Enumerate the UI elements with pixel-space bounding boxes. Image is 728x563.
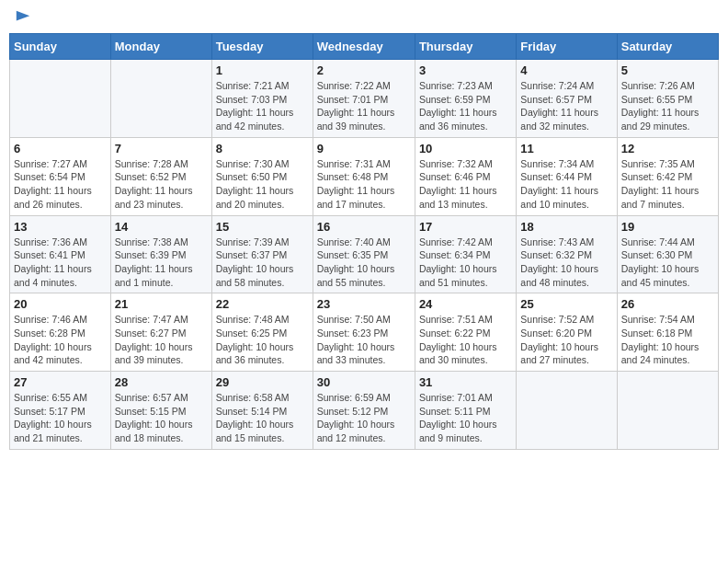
day-number: 2 [317, 63, 411, 77]
calendar-cell [617, 372, 718, 450]
day-info: Sunrise: 7:50 AM Sunset: 6:23 PM Dayligh… [317, 313, 411, 367]
day-info: Sunrise: 7:46 AM Sunset: 6:28 PM Dayligh… [14, 313, 107, 367]
day-number: 18 [520, 220, 612, 234]
day-info: Sunrise: 7:38 AM Sunset: 6:39 PM Dayligh… [115, 236, 208, 290]
day-number: 12 [621, 142, 714, 155]
day-info: Sunrise: 7:36 AM Sunset: 6:41 PM Dayligh… [14, 236, 107, 290]
weekday-header: Sunday [10, 34, 111, 60]
day-number: 29 [216, 375, 309, 389]
day-info: Sunrise: 7:01 AM Sunset: 5:11 PM Dayligh… [419, 391, 512, 445]
calendar-cell: 14Sunrise: 7:38 AM Sunset: 6:39 PM Dayli… [110, 215, 211, 293]
logo [13, 9, 31, 26]
day-info: Sunrise: 7:42 AM Sunset: 6:34 PM Dayligh… [419, 236, 512, 290]
calendar-cell: 10Sunrise: 7:32 AM Sunset: 6:46 PM Dayli… [415, 137, 516, 215]
calendar-cell: 5Sunrise: 7:26 AM Sunset: 6:55 PM Daylig… [617, 60, 718, 138]
day-info: Sunrise: 7:48 AM Sunset: 6:25 PM Dayligh… [216, 313, 309, 367]
calendar-cell: 18Sunrise: 7:43 AM Sunset: 6:32 PM Dayli… [517, 215, 617, 293]
calendar-cell: 22Sunrise: 7:48 AM Sunset: 6:25 PM Dayli… [211, 293, 313, 372]
calendar-table: SundayMondayTuesdayWednesdayThursdayFrid… [9, 33, 719, 450]
day-info: Sunrise: 7:24 AM Sunset: 6:57 PM Dayligh… [520, 79, 612, 133]
day-info: Sunrise: 7:28 AM Sunset: 6:52 PM Dayligh… [115, 157, 208, 212]
calendar-cell: 19Sunrise: 7:44 AM Sunset: 6:30 PM Dayli… [617, 215, 718, 293]
day-info: Sunrise: 7:44 AM Sunset: 6:30 PM Dayligh… [621, 236, 714, 290]
calendar-cell: 9Sunrise: 7:31 AM Sunset: 6:48 PM Daylig… [313, 137, 415, 215]
calendar-cell: 24Sunrise: 7:51 AM Sunset: 6:22 PM Dayli… [415, 293, 516, 372]
calendar-cell: 16Sunrise: 7:40 AM Sunset: 6:35 PM Dayli… [313, 215, 415, 293]
page-header [9, 9, 719, 26]
calendar-cell: 31Sunrise: 7:01 AM Sunset: 5:11 PM Dayli… [415, 372, 516, 450]
day-number: 16 [317, 220, 411, 234]
calendar-cell: 6Sunrise: 7:27 AM Sunset: 6:54 PM Daylig… [10, 137, 111, 215]
day-number: 31 [419, 375, 512, 389]
day-number: 15 [216, 220, 309, 234]
svg-marker-0 [17, 11, 29, 21]
calendar-cell [110, 60, 211, 138]
day-number: 23 [317, 297, 411, 311]
calendar-cell: 29Sunrise: 6:58 AM Sunset: 5:14 PM Dayli… [211, 372, 313, 450]
day-number: 27 [14, 375, 107, 389]
day-info: Sunrise: 7:35 AM Sunset: 6:42 PM Dayligh… [621, 157, 714, 212]
day-info: Sunrise: 7:43 AM Sunset: 6:32 PM Dayligh… [520, 236, 612, 290]
day-info: Sunrise: 7:51 AM Sunset: 6:22 PM Dayligh… [419, 313, 512, 367]
calendar-cell: 13Sunrise: 7:36 AM Sunset: 6:41 PM Dayli… [10, 215, 111, 293]
day-info: Sunrise: 7:23 AM Sunset: 6:59 PM Dayligh… [419, 79, 512, 133]
calendar-cell [517, 372, 617, 450]
day-number: 9 [317, 142, 411, 155]
day-info: Sunrise: 7:52 AM Sunset: 6:20 PM Dayligh… [520, 313, 612, 367]
weekday-header: Tuesday [211, 34, 313, 60]
day-number: 8 [216, 142, 309, 155]
day-number: 6 [14, 142, 107, 155]
day-info: Sunrise: 7:39 AM Sunset: 6:37 PM Dayligh… [216, 236, 309, 290]
day-number: 30 [317, 375, 411, 389]
day-number: 21 [115, 297, 208, 311]
calendar-cell: 23Sunrise: 7:50 AM Sunset: 6:23 PM Dayli… [313, 293, 415, 372]
day-info: Sunrise: 7:22 AM Sunset: 7:01 PM Dayligh… [317, 79, 411, 133]
day-number: 4 [520, 63, 612, 77]
calendar-cell: 8Sunrise: 7:30 AM Sunset: 6:50 PM Daylig… [211, 137, 313, 215]
day-number: 10 [419, 142, 512, 155]
day-info: Sunrise: 7:34 AM Sunset: 6:44 PM Dayligh… [520, 157, 612, 212]
day-number: 1 [216, 63, 309, 77]
day-number: 5 [621, 63, 714, 77]
calendar-cell: 3Sunrise: 7:23 AM Sunset: 6:59 PM Daylig… [415, 60, 516, 138]
day-info: Sunrise: 7:40 AM Sunset: 6:35 PM Dayligh… [317, 236, 411, 290]
weekday-header: Saturday [617, 34, 718, 60]
calendar-cell: 30Sunrise: 6:59 AM Sunset: 5:12 PM Dayli… [313, 372, 415, 450]
calendar-cell: 2Sunrise: 7:22 AM Sunset: 7:01 PM Daylig… [313, 60, 415, 138]
day-number: 22 [216, 297, 309, 311]
calendar-cell: 15Sunrise: 7:39 AM Sunset: 6:37 PM Dayli… [211, 215, 313, 293]
logo-flag-icon [15, 9, 31, 26]
weekday-header: Friday [517, 34, 617, 60]
day-number: 24 [419, 297, 512, 311]
day-info: Sunrise: 7:21 AM Sunset: 7:03 PM Dayligh… [216, 79, 309, 133]
day-number: 3 [419, 63, 512, 77]
day-info: Sunrise: 7:27 AM Sunset: 6:54 PM Dayligh… [14, 157, 107, 212]
weekday-header: Wednesday [313, 34, 415, 60]
day-info: Sunrise: 7:47 AM Sunset: 6:27 PM Dayligh… [115, 313, 208, 367]
day-number: 20 [14, 297, 107, 311]
day-number: 7 [115, 142, 208, 155]
day-number: 25 [520, 297, 612, 311]
calendar-cell: 17Sunrise: 7:42 AM Sunset: 6:34 PM Dayli… [415, 215, 516, 293]
calendar-cell: 21Sunrise: 7:47 AM Sunset: 6:27 PM Dayli… [110, 293, 211, 372]
calendar-cell: 25Sunrise: 7:52 AM Sunset: 6:20 PM Dayli… [517, 293, 617, 372]
weekday-header: Monday [110, 34, 211, 60]
calendar-cell: 11Sunrise: 7:34 AM Sunset: 6:44 PM Dayli… [517, 137, 617, 215]
day-info: Sunrise: 6:59 AM Sunset: 5:12 PM Dayligh… [317, 391, 411, 445]
weekday-header: Thursday [415, 34, 516, 60]
calendar-cell: 20Sunrise: 7:46 AM Sunset: 6:28 PM Dayli… [10, 293, 111, 372]
day-number: 17 [419, 220, 512, 234]
day-info: Sunrise: 6:58 AM Sunset: 5:14 PM Dayligh… [216, 391, 309, 445]
calendar-cell: 26Sunrise: 7:54 AM Sunset: 6:18 PM Dayli… [617, 293, 718, 372]
day-info: Sunrise: 7:26 AM Sunset: 6:55 PM Dayligh… [621, 79, 714, 133]
day-info: Sunrise: 7:30 AM Sunset: 6:50 PM Dayligh… [216, 157, 309, 212]
calendar-cell [10, 60, 111, 138]
day-number: 11 [520, 142, 612, 155]
day-info: Sunrise: 7:31 AM Sunset: 6:48 PM Dayligh… [317, 157, 411, 212]
calendar-cell: 12Sunrise: 7:35 AM Sunset: 6:42 PM Dayli… [617, 137, 718, 215]
day-info: Sunrise: 7:32 AM Sunset: 6:46 PM Dayligh… [419, 157, 512, 212]
calendar-cell: 7Sunrise: 7:28 AM Sunset: 6:52 PM Daylig… [110, 137, 211, 215]
calendar-cell: 1Sunrise: 7:21 AM Sunset: 7:03 PM Daylig… [211, 60, 313, 138]
calendar-cell: 4Sunrise: 7:24 AM Sunset: 6:57 PM Daylig… [517, 60, 617, 138]
day-number: 19 [621, 220, 714, 234]
